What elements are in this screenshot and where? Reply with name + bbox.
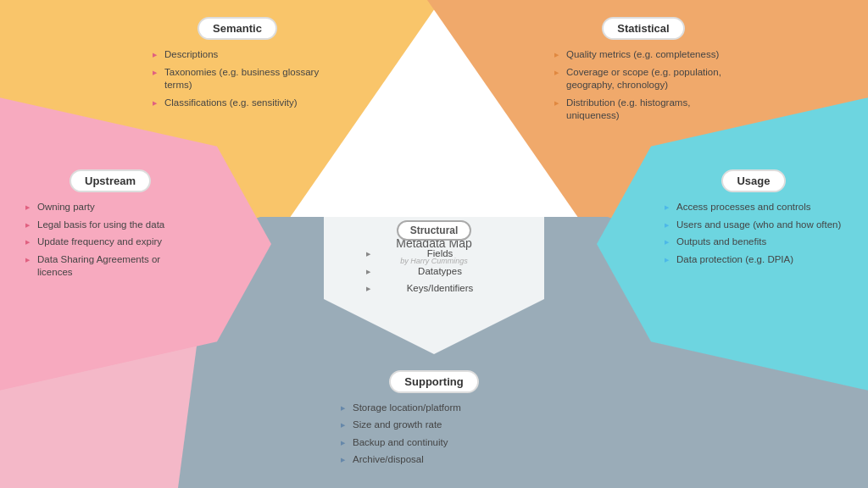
upstream-label: Upstream <box>70 169 151 192</box>
supporting-label: Supporting <box>389 370 478 393</box>
list-item: Access processes and controls <box>665 201 843 214</box>
list-item: Archive/disposal <box>341 453 527 467</box>
list-item: Data protection (e.g. DPIA) <box>665 253 843 267</box>
structural-label: Structural <box>397 220 472 241</box>
list-item: Legal basis for using the data <box>25 219 195 232</box>
structural-items: FieldsDatatypesKeys/Identifiers <box>366 247 502 296</box>
list-item: Keys/Identifiers <box>366 282 502 296</box>
list-item: Outputs and benefits <box>665 236 843 249</box>
list-item: Update frequency and expiry <box>25 236 195 249</box>
upstream-items: Owning partyLegal basis for using the da… <box>25 201 195 280</box>
section-statistical: Statistical Quality metrics (e.g. comple… <box>554 17 732 127</box>
semantic-label: Semantic <box>198 17 277 40</box>
list-item: Coverage or scope (e.g. population, geog… <box>554 66 732 92</box>
list-item: Fields <box>366 247 502 261</box>
list-item: Storage location/platform <box>341 402 527 415</box>
usage-items: Access processes and controlsUsers and u… <box>665 201 843 266</box>
list-item: Datatypes <box>366 265 502 279</box>
list-item: Owning party <box>25 201 195 214</box>
list-item: Quality metrics (e.g. completeness) <box>554 48 732 62</box>
list-item: Distribution (e.g. histograms, uniquenes… <box>554 97 732 123</box>
statistical-items: Quality metrics (e.g. completeness)Cover… <box>554 48 732 123</box>
list-item: Size and growth rate <box>341 419 527 432</box>
list-item: Data Sharing Agreements or licences <box>25 253 195 280</box>
semantic-items: DescriptionsTaxonomies (e.g. business gl… <box>153 48 322 109</box>
section-semantic: Semantic DescriptionsTaxonomies (e.g. bu… <box>153 17 322 114</box>
list-item: Backup and continuity <box>341 436 527 450</box>
section-supporting: Supporting Storage location/platformSize… <box>341 370 527 471</box>
section-upstream: Upstream Owning partyLegal basis for usi… <box>25 169 195 284</box>
list-item: Descriptions <box>153 48 322 62</box>
list-item: Users and usage (who and how often) <box>665 219 843 232</box>
section-usage: Usage Access processes and controlsUsers… <box>665 169 843 270</box>
supporting-items: Storage location/platformSize and growth… <box>341 402 527 467</box>
usage-label: Usage <box>721 169 785 192</box>
list-item: Taxonomies (e.g. business glossary terms… <box>153 66 322 92</box>
section-structural: Structural FieldsDatatypesKeys/Identifie… <box>366 220 502 300</box>
list-item: Classifications (e.g. sensitivity) <box>153 97 322 110</box>
statistical-label: Statistical <box>602 17 684 40</box>
